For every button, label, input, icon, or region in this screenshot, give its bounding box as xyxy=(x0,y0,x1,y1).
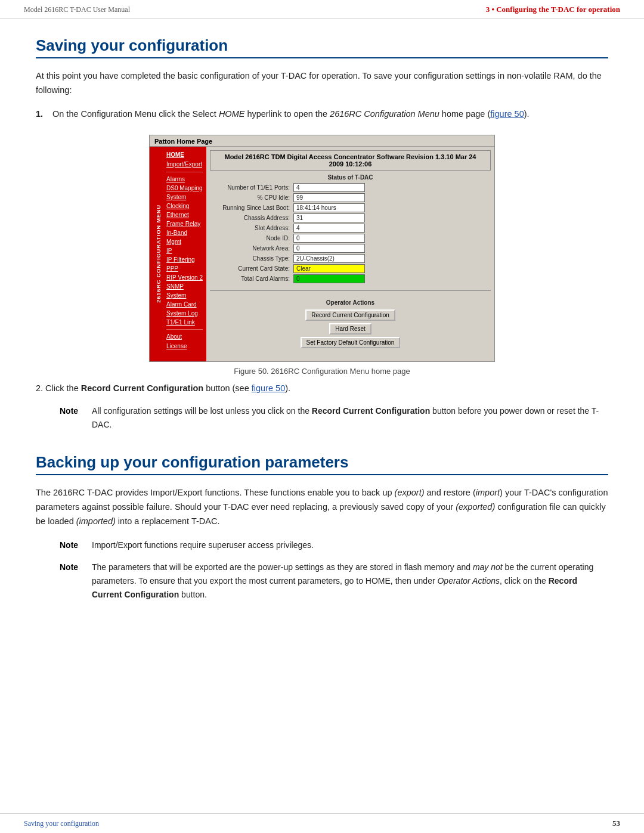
ui-main-layout: 2616RC CONFIGURATION MENU HOME Import/Ex… xyxy=(150,147,494,361)
sidebar-vertical-label: 2616RC CONFIGURATION MENU xyxy=(156,205,162,303)
status-value-1: 99 xyxy=(293,193,365,202)
note3-label: Note xyxy=(60,561,83,602)
status-row-0: Number of T1/E1 Ports: 4 xyxy=(210,183,491,192)
factory-default-button[interactable]: Set Factory Default Configuration xyxy=(301,337,401,348)
ui-operator-title: Operator Actions xyxy=(210,299,491,306)
sidebar-link-snmp[interactable]: SNMP xyxy=(166,282,203,291)
step1: 1. On the Configuration Menu click the S… xyxy=(36,107,608,122)
figure50-link2[interactable]: figure 50 xyxy=(252,383,285,393)
sidebar-link-license[interactable]: License xyxy=(166,342,203,351)
chapter-title: 3 • Configuring the T-DAC for operation xyxy=(486,5,620,14)
status-value-3: 31 xyxy=(293,213,365,222)
status-label-8: Current Card State: xyxy=(210,265,293,272)
figure-caption: Figure 50. 2616RC Configuration Menu hom… xyxy=(234,367,410,376)
page-header: Model 2616RC T-DAC User Manual 3 • Confi… xyxy=(0,0,644,18)
status-label-6: Network Area: xyxy=(210,245,293,252)
step1-text: On the Configuration Menu click the Sele… xyxy=(52,107,530,122)
sidebar-link-ds0[interactable]: DS0 Mapping xyxy=(166,184,203,193)
status-label-2: Running Since Last Boot: xyxy=(210,205,293,211)
status-value-2: 18:41:14 hours xyxy=(293,203,365,212)
sidebar-link-clocking[interactable]: System Clocking xyxy=(166,193,203,210)
ui-sidebar: 2616RC CONFIGURATION MENU HOME Import/Ex… xyxy=(150,147,206,361)
sidebar-link-ip[interactable]: IP xyxy=(166,246,203,255)
step2-text: 2. Click the Record Current Configuratio… xyxy=(36,382,608,396)
ui-right-content: Model 2616RC TDM Digital Access Concentr… xyxy=(206,147,494,361)
status-label-4: Slot Address: xyxy=(210,225,293,231)
section2-intro: The 2616RC T-DAC provides Import/Export … xyxy=(36,486,608,529)
page-footer: Saving your configuration 53 xyxy=(0,813,644,833)
sidebar-link-about[interactable]: About xyxy=(166,332,203,342)
status-row-8: Current Card State: Clear xyxy=(210,264,491,273)
sidebar-link-t1e1[interactable]: T1/E1 Link xyxy=(166,318,203,327)
status-value-9: 0 xyxy=(293,274,365,283)
note2-label: Note xyxy=(60,538,83,552)
status-row-1: % CPU Idle: 99 xyxy=(210,193,491,202)
sidebar-link-rip[interactable]: RIP Version 2 xyxy=(166,273,203,282)
note2: Note Import/Export functions require sup… xyxy=(60,538,608,552)
sidebar-link-framerelay[interactable]: Frame Relay xyxy=(166,219,203,228)
note2-text: Import/Export functions require superuse… xyxy=(92,538,314,552)
ui-screenshot: Patton Home Page 2616RC CONFIGURATION ME… xyxy=(149,135,495,362)
ui-buttons: Record Current Configuration Hard Reset … xyxy=(210,308,491,349)
ui-header-line1: Model 2616RC TDM Digital Access Concentr… xyxy=(215,153,485,160)
sidebar-link-home[interactable]: HOME xyxy=(166,150,203,160)
sidebar-link-ethernet[interactable]: Ethernet xyxy=(166,210,203,219)
footer-section-link: Saving your configuration xyxy=(24,819,99,828)
ui-titlebar: Patton Home Page xyxy=(150,135,494,147)
status-value-5: 0 xyxy=(293,234,365,243)
status-row-3: Chassis Address: 31 xyxy=(210,213,491,222)
sidebar-link-alarmcard[interactable]: Alarm Card xyxy=(166,300,203,309)
ui-header-line2: 2009 10:12:06 xyxy=(215,160,485,168)
status-row-7: Chassis Type: 2U-Chassis(2) xyxy=(210,254,491,263)
page-number: 53 xyxy=(612,819,620,828)
sidebar-link-syslog[interactable]: System Log xyxy=(166,309,203,318)
section1-intro: At this point you have completed the bas… xyxy=(36,69,608,98)
section1-heading: Saving your configuration xyxy=(36,36,608,58)
figure50-container: Patton Home Page 2616RC CONFIGURATION ME… xyxy=(36,135,608,376)
status-label-0: Number of T1/E1 Ports: xyxy=(210,184,293,191)
figure50-link1[interactable]: figure 50 xyxy=(490,109,524,119)
status-label-9: Total Card Alarms: xyxy=(210,275,293,282)
note1-label: Note xyxy=(60,404,83,432)
status-row-9: Total Card Alarms: 0 xyxy=(210,274,491,283)
status-value-4: 4 xyxy=(293,224,365,233)
status-label-1: % CPU Idle: xyxy=(210,194,293,201)
note1: Note All configuration settings will be … xyxy=(60,404,608,432)
status-value-8: Clear xyxy=(293,264,365,273)
status-row-5: Node ID: 0 xyxy=(210,234,491,243)
hard-reset-button[interactable]: Hard Reset xyxy=(329,323,371,335)
page-content: Saving your configuration At this point … xyxy=(0,18,644,634)
status-row-2: Running Since Last Boot: 18:41:14 hours xyxy=(210,203,491,212)
note3: Note The parameters that will be exporte… xyxy=(60,561,608,602)
status-row-4: Slot Address: 4 xyxy=(210,224,491,233)
ui-status-table: Status of T-DAC Number of T1/E1 Ports: 4… xyxy=(210,174,491,284)
sidebar-link-import-export[interactable]: Import/Export xyxy=(166,160,203,169)
sidebar-label-container: 2616RC CONFIGURATION MENU xyxy=(156,147,162,361)
sidebar-link-alarms[interactable]: Alarms xyxy=(166,175,203,184)
ui-header-box: Model 2616RC TDM Digital Access Concentr… xyxy=(210,150,491,171)
sidebar-link-system[interactable]: System xyxy=(166,291,203,300)
status-label-5: Node ID: xyxy=(210,235,293,241)
manual-title: Model 2616RC T-DAC User Manual xyxy=(24,5,130,14)
step1-number: 1. xyxy=(36,107,47,122)
note3-text: The parameters that will be exported are… xyxy=(92,561,608,602)
status-row-6: Network Area: 0 xyxy=(210,244,491,253)
ui-operator-section: Operator Actions Record Current Configur… xyxy=(210,299,491,349)
sidebar-link-ppp[interactable]: PPP xyxy=(166,264,203,273)
ui-status-title: Status of T-DAC xyxy=(210,174,491,181)
sidebar-link-inband[interactable]: In-Band Mgmt xyxy=(166,228,203,246)
record-config-button[interactable]: Record Current Configuration xyxy=(305,309,395,321)
sidebar-link-ipfiltering[interactable]: IP Filtering xyxy=(166,255,203,264)
status-label-7: Chassis Type: xyxy=(210,255,293,262)
status-value-7: 2U-Chassis(2) xyxy=(293,254,365,263)
status-value-6: 0 xyxy=(293,244,365,253)
status-value-0: 4 xyxy=(293,183,365,192)
section2-heading: Backing up your configuration parameters xyxy=(36,453,608,475)
note1-text: All configuration settings will be lost … xyxy=(92,404,608,432)
status-label-3: Chassis Address: xyxy=(210,215,293,221)
